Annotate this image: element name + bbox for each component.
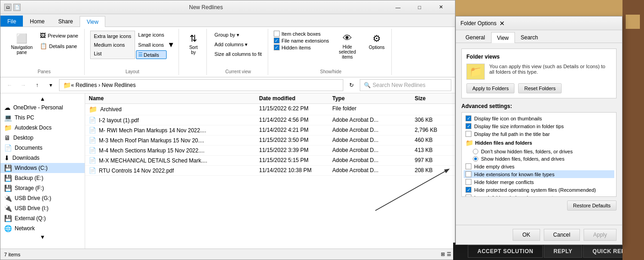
adv-item-3[interactable]: Display the full path in the title bar <box>464 130 614 138</box>
adv-cb-hide-ext[interactable] <box>465 171 471 177</box>
adv-item-hide-protected[interactable]: ✓ Hide protected operating system files … <box>464 186 614 194</box>
show-hide-options: Item check boxes ✓ File name extensions … <box>274 29 388 69</box>
view-mode-icon-1[interactable]: ⊞ <box>441 251 445 257</box>
file-row[interactable]: 📄 M-X MECHANICAL DETAILS Sched Mark.... … <box>85 156 455 166</box>
size-all-columns-button[interactable]: Size all columns to fit <box>212 50 264 58</box>
ok-button[interactable]: OK <box>513 229 540 241</box>
adv-cb-2[interactable]: ✓ <box>465 123 471 129</box>
medium-icons-button[interactable]: Medium icons <box>92 41 134 49</box>
file-row[interactable]: 📄 RTU Controls 14 Nov 2022.pdf 11/14/202… <box>85 166 455 176</box>
dialog-tab-view[interactable]: View <box>491 32 515 43</box>
advanced-title: Advanced settings: <box>461 103 617 109</box>
back-button[interactable]: ← <box>4 80 15 91</box>
add-columns-button[interactable]: Add columns ▾ <box>212 40 250 49</box>
preview-pane-button[interactable]: 🖼 Preview pane <box>38 31 81 40</box>
maximize-button[interactable]: □ <box>409 1 430 14</box>
extra-large-icons-button[interactable]: Extra large icons <box>92 32 134 40</box>
adv-item-hide-merge[interactable]: Hide folder merge conflicts <box>464 178 614 186</box>
adv-cb-launch[interactable] <box>465 195 471 197</box>
small-icons-button[interactable]: Small icons <box>136 41 167 49</box>
sort-by-button[interactable]: ⇅ Sort by <box>184 31 203 57</box>
documents-icon: 📄 <box>4 144 12 152</box>
adv-radio-2[interactable]: Show hidden files, folders, and drives <box>464 155 614 162</box>
options-button[interactable]: ⚙ Options <box>366 31 388 52</box>
item-checkboxes-option[interactable]: Item check boxes <box>274 31 329 37</box>
ribbon: ⬜ Navigation pane 🖼 Preview pane 📋 Detai… <box>0 27 455 77</box>
refresh-button[interactable]: ↻ <box>346 80 357 91</box>
adv-radio-show[interactable] <box>473 156 478 162</box>
sidebar-item-desktop[interactable]: 🖥 Desktop <box>0 133 85 143</box>
sidebar-item-thispc[interactable]: 💻 This PC <box>0 113 85 123</box>
accept-solution-button[interactable]: ACCEPT SOLUTION <box>468 245 543 258</box>
list-button[interactable]: List <box>92 49 134 58</box>
hidden-items-checkbox[interactable]: ✓ <box>274 44 280 50</box>
tab-file[interactable]: File <box>0 16 23 27</box>
adv-cb-hide-protected[interactable]: ✓ <box>465 187 471 193</box>
up-button[interactable]: ↑ <box>32 80 43 91</box>
adv-item-launch-separate[interactable]: Launch folder windows in a separate proc… <box>464 194 614 197</box>
file-name-ext-option[interactable]: ✓ File name extensions <box>274 38 329 43</box>
hide-selected-button[interactable]: 👁 Hide selected items <box>334 31 361 62</box>
navigation-pane-button[interactable]: ⬜ Navigation pane <box>8 31 36 57</box>
adv-item-hide-ext[interactable]: Hide extensions for known file types <box>464 170 614 178</box>
file-row[interactable]: 📄 M-4 Mech Sections Markup 15 Nov 2022..… <box>85 146 455 156</box>
reset-folders-button[interactable]: Reset Folders <box>518 83 561 93</box>
large-icons-button[interactable]: Large icons <box>136 31 167 39</box>
view-mode-icon-2[interactable]: ☰ <box>447 251 451 257</box>
file-row[interactable]: 📁 Archived 11/15/2022 6:22 PM File folde… <box>85 104 455 115</box>
details-pane-button[interactable]: 📋 Details pane <box>38 41 81 51</box>
adv-radio-1[interactable]: Don't show hidden files, folders, or dri… <box>464 148 614 155</box>
sidebar-item-documents[interactable]: 📄 Documents <box>0 143 85 153</box>
sidebar-item-windows-c[interactable]: 💾 Windows (C:) <box>0 163 85 173</box>
apply-to-folders-button[interactable]: Apply to Folders <box>466 83 514 93</box>
address-path[interactable]: 📁 « Redlines › New Redlines <box>59 79 343 91</box>
recent-locations-button[interactable]: ▾ <box>45 80 56 91</box>
sidebar-scroll-down[interactable]: ▼ <box>0 233 85 241</box>
adv-cb-hide-empty[interactable] <box>465 163 471 169</box>
search-box[interactable]: 🔍 Search New Redlines <box>360 79 451 91</box>
sidebar-scroll-up[interactable]: ▲ <box>0 95 85 103</box>
sidebar-item-usb-i[interactable]: 🔌 USB Drive (I:) <box>0 203 85 213</box>
forward-button[interactable]: → <box>18 80 29 91</box>
hidden-items-option[interactable]: ✓ Hidden items <box>274 44 329 50</box>
file-cell-name: 📄 RTU Controls 14 Nov 2022.pdf <box>89 167 259 174</box>
file-row[interactable]: 📄 M- RWI Mech Plan Markups 14 Nov 2022..… <box>85 125 455 135</box>
adv-cb-1[interactable]: ✓ <box>465 115 471 121</box>
adv-cb-3[interactable] <box>465 131 471 137</box>
sidebar-item-downloads[interactable]: ⬇ Downloads <box>0 153 85 163</box>
adv-cb-hide-merge[interactable] <box>465 179 471 185</box>
sidebar-item-backup-e[interactable]: 💾 Backup (E:) <box>0 173 85 183</box>
this-pc-icon: 💻 <box>4 114 12 121</box>
dialog-tab-general[interactable]: General <box>460 32 491 43</box>
file-row[interactable]: 📄 I-2 layout (1).pdf 11/14/2022 4:56 PM … <box>85 115 455 125</box>
minimize-button[interactable]: — <box>388 1 408 14</box>
group-by-button[interactable]: Group by ▾ <box>212 31 242 39</box>
sidebar-item-usb-g[interactable]: 🔌 USB Drive (G:) <box>0 193 85 203</box>
adv-hidden-header: 📁 Hidden files and folders <box>464 138 614 148</box>
dialog-tab-search[interactable]: Search <box>515 32 544 43</box>
sidebar-item-autodesk[interactable]: 📁 Autodesk Docs <box>0 123 85 133</box>
layout-scroll-icon[interactable]: ▼ <box>168 41 175 49</box>
adv-radio-dont-show[interactable] <box>473 149 478 154</box>
adv-item-1[interactable]: ✓ Display file icon on thumbnails <box>464 114 614 122</box>
close-button[interactable]: ✕ <box>431 1 451 14</box>
pane-options: 🖼 Preview pane 📋 Details pane <box>38 31 81 51</box>
adv-item-2[interactable]: ✓ Display file size information in folde… <box>464 122 614 130</box>
tab-home[interactable]: Home <box>23 16 51 27</box>
reply-button[interactable]: REPLY <box>544 245 582 258</box>
tab-view[interactable]: View <box>80 16 105 27</box>
dialog-close-button[interactable]: ✕ <box>497 18 508 29</box>
tab-share[interactable]: Share <box>51 16 80 27</box>
adv-item-hide-empty[interactable]: Hide empty drives <box>464 162 614 170</box>
sidebar-item-onedrive[interactable]: ☁ OneDrive - Personal <box>0 103 85 113</box>
sidebar-item-storage-f[interactable]: 💾 Storage (F:) <box>0 183 85 193</box>
details-button[interactable]: ☰ Details <box>136 50 167 59</box>
sidebar-item-network[interactable]: 🌐 Network <box>0 223 85 233</box>
item-checkboxes-checkbox[interactable] <box>274 31 280 37</box>
cancel-button[interactable]: Cancel <box>544 229 580 241</box>
file-row[interactable]: 📄 M-3 Mech Roof Plan Markups 15 Nov 20..… <box>85 135 455 146</box>
restore-defaults-button[interactable]: Restore Defaults <box>567 200 617 211</box>
sidebar-item-external-q[interactable]: 💾 External (Q:) <box>0 213 85 223</box>
file-name-ext-checkbox[interactable]: ✓ <box>274 38 280 43</box>
apply-button[interactable]: Apply <box>584 229 617 241</box>
